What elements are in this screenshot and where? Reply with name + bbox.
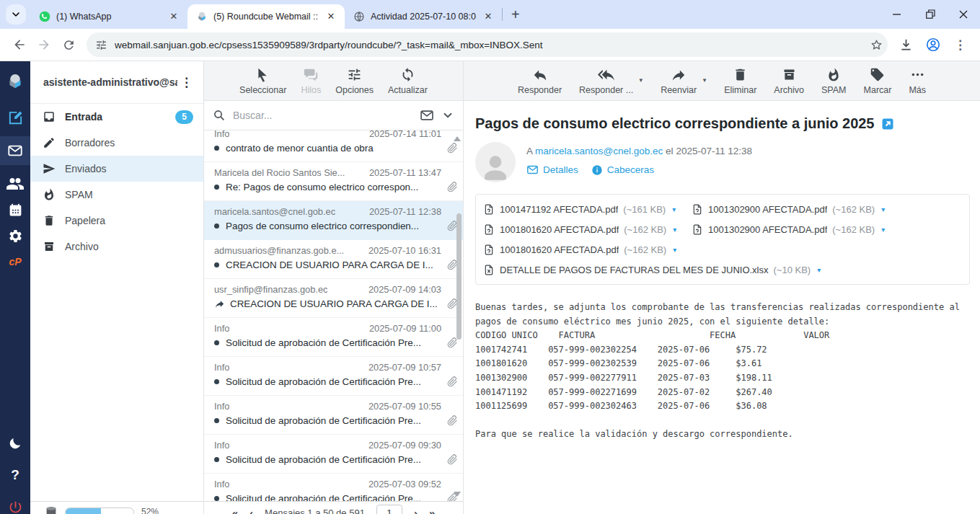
close-button[interactable]: [947, 0, 980, 29]
search-bar: [204, 101, 463, 130]
reply-button[interactable]: Responder: [518, 67, 562, 95]
open-in-new-window-icon[interactable]: [881, 118, 894, 130]
reload-button[interactable]: [56, 32, 81, 57]
folder-item-borradores[interactable]: Borradores: [30, 130, 203, 156]
tab-actividad[interactable]: Actividad 2025-07-10 08:00:00 ✕: [345, 4, 502, 29]
reply-all-caret-icon[interactable]: ▾: [640, 76, 643, 84]
tab-close-icon[interactable]: ✕: [482, 10, 495, 23]
tab-roundcube[interactable]: (5) Roundcube Webmail :: Envia ✕: [187, 4, 345, 29]
folder-item-papelera[interactable]: Papelera: [30, 208, 203, 234]
mark-button[interactable]: Marcar: [864, 67, 892, 95]
prev-page-button[interactable]: ‹: [250, 507, 253, 514]
browser-menu-button[interactable]: ⋮: [948, 32, 973, 57]
attachment-menu-icon[interactable]: ▾: [881, 205, 885, 213]
message-row[interactable]: Maricela del Rocio Santos Sie...2025-07-…: [204, 162, 463, 201]
profile-button[interactable]: [921, 32, 945, 57]
delete-button[interactable]: Eliminar: [724, 67, 756, 95]
site-settings-icon[interactable]: [95, 39, 107, 51]
attachment-menu-icon[interactable]: ▾: [881, 226, 885, 234]
chevron-down-icon: [10, 9, 22, 20]
to-label: A: [526, 146, 532, 156]
contacts-icon: [6, 175, 24, 192]
url-text[interactable]: webmail.sanjuan.gob.ec/cpsess1535909589/…: [115, 40, 862, 50]
select-button[interactable]: Seleccionar: [239, 67, 286, 95]
reply-all-button[interactable]: Responder ... ▾: [579, 67, 633, 95]
forward-button[interactable]: Reenviar ▾: [661, 67, 697, 95]
message-row[interactable]: Info2025-07-09 09:30 Solicitud de aproba…: [204, 435, 463, 474]
folder-item-archivo[interactable]: Archivo: [30, 234, 203, 260]
options-button[interactable]: Opciones: [335, 67, 374, 95]
tab-close-icon[interactable]: ✕: [325, 10, 337, 23]
next-page-button[interactable]: ›: [414, 507, 418, 514]
help-button[interactable]: ?: [0, 462, 30, 488]
folder-item-spam[interactable]: SPAM: [30, 182, 203, 208]
message-row[interactable]: Info2025-07-09 10:57 Solicitud de aproba…: [204, 357, 463, 396]
folder-item-entrada[interactable]: Entrada 5: [30, 104, 203, 130]
attachment-item[interactable]: 1001302900 AFECTADA.pdf (~162 KB) ▾: [692, 219, 900, 239]
attachment-menu-icon[interactable]: ▾: [817, 266, 821, 274]
message-row[interactable]: admusuarios@finanzas.gob.e...2025-07-10 …: [204, 240, 463, 279]
back-icon: [12, 37, 27, 52]
reply-icon: [532, 67, 548, 83]
restore-button[interactable]: [914, 0, 947, 29]
reload-icon: [62, 38, 76, 52]
nav-cpanel[interactable]: cP: [0, 249, 30, 275]
nav-mail[interactable]: [0, 136, 30, 165]
folder-label: Entrada: [65, 111, 102, 123]
new-tab-button[interactable]: +: [503, 6, 529, 23]
back-button[interactable]: [7, 32, 32, 57]
downloads-button[interactable]: [893, 32, 918, 57]
message-row[interactable]: Info2025-07-09 10:55 Solicitud de aproba…: [204, 396, 463, 435]
attachment-item[interactable]: DETALLE DE PAGOS DE FACTURAS DEL MES DE …: [483, 260, 962, 280]
account-menu-button[interactable]: ⋮: [177, 75, 196, 90]
more-button[interactable]: Más: [909, 67, 926, 95]
list-scrollbar-thumb[interactable]: [456, 213, 462, 340]
headers-link[interactable]: Cabeceras: [591, 164, 654, 176]
unread-dot: [214, 146, 219, 151]
scroll-down-arrow[interactable]: [454, 492, 461, 497]
attachment-menu-icon[interactable]: ▾: [673, 226, 676, 234]
logout-button[interactable]: [0, 494, 30, 514]
attachment-item[interactable]: 1001801620 AFECTADA.pdf (~162 KB) ▾: [483, 219, 692, 239]
message-row[interactable]: Info2025-07-09 11:00 Solicitud de aproba…: [204, 318, 463, 357]
attachment-clip-icon: [447, 454, 458, 465]
folder-item-enviados[interactable]: Enviados: [30, 156, 203, 182]
forward-button[interactable]: [32, 32, 56, 57]
spam-button[interactable]: SPAM: [821, 67, 847, 95]
attachment-menu-icon[interactable]: ▾: [673, 246, 676, 254]
attachment-item[interactable]: 1001801620 AFECTADA.pdf (~162 KB) ▾: [483, 239, 692, 260]
threads-button[interactable]: Hilos: [301, 67, 321, 95]
dark-mode-button[interactable]: [0, 430, 30, 456]
bookmark-star-icon[interactable]: [870, 38, 883, 52]
first-page-button[interactable]: «: [232, 507, 238, 514]
moon-icon: [8, 436, 22, 451]
details-link[interactable]: Detalles: [526, 164, 578, 176]
tab-search-button[interactable]: [6, 4, 26, 25]
compose-icon: [7, 110, 24, 126]
nav-settings[interactable]: [0, 223, 30, 249]
tab-whatsapp[interactable]: (1) WhatsApp ✕: [30, 4, 187, 29]
refresh-button[interactable]: Actualizar: [388, 67, 428, 95]
minimize-button[interactable]: [880, 0, 914, 29]
search-scope-mail-icon[interactable]: [420, 108, 434, 123]
message-row[interactable]: usr_sinfip@finanzas.gob.ec2025-07-09 14:…: [204, 279, 463, 318]
message-row-selected[interactable]: maricela.santos@cnel.gob.ec2025-07-11 12…: [204, 201, 463, 240]
message-row[interactable]: Info2025-07-14 11:01 contrato de menor c…: [204, 130, 463, 162]
search-input[interactable]: [233, 110, 412, 121]
search-options-chevron-icon[interactable]: [441, 109, 454, 122]
tab-close-icon[interactable]: ✕: [167, 10, 180, 23]
last-page-button[interactable]: »: [429, 507, 435, 514]
archive-button[interactable]: Archivo: [774, 67, 804, 95]
recipient-email[interactable]: maricela.santos@cnel.gob.ec: [535, 146, 663, 156]
attachment-menu-icon[interactable]: ▾: [672, 205, 676, 213]
scroll-up-arrow[interactable]: [454, 136, 461, 141]
page-input[interactable]: [376, 505, 402, 514]
attachment-item[interactable]: 1001302900 AFECTADA.pdf (~162 KB) ▾: [692, 199, 900, 219]
attachment-item[interactable]: 1001471192 AFECTADA.pdf (~161 KB) ▾: [483, 199, 692, 219]
nav-calendar[interactable]: [0, 197, 30, 223]
nav-contacts[interactable]: [0, 171, 30, 197]
compose-button[interactable]: [0, 105, 30, 130]
forward-caret-icon[interactable]: ▾: [703, 76, 707, 84]
address-bar[interactable]: webmail.sanjuan.gob.ec/cpsess1535909589/…: [87, 32, 888, 57]
unread-badge: 5: [175, 110, 193, 124]
